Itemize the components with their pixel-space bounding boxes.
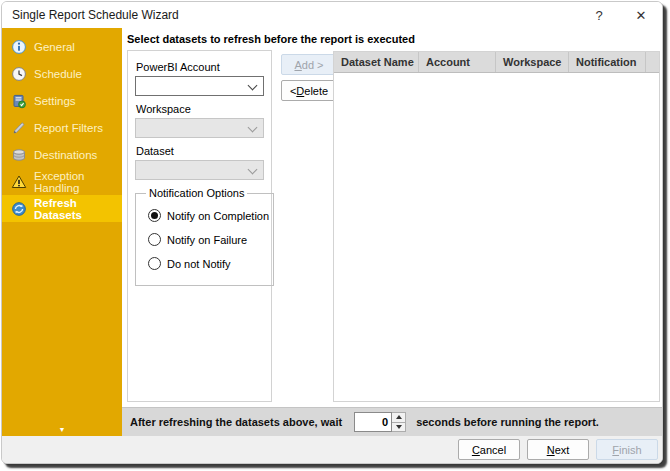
pencil-icon bbox=[11, 120, 27, 136]
radio-label: Do not Notify bbox=[167, 258, 231, 270]
disk-icon bbox=[11, 147, 27, 163]
column-header-notification[interactable]: Notification bbox=[569, 52, 646, 72]
sidebar-item-exception-handling[interactable]: Exception Handling bbox=[2, 168, 122, 195]
notification-options-group: Notification Options Notify on Completio… bbox=[135, 187, 274, 286]
sidebar-item-schedule[interactable]: Schedule bbox=[2, 60, 122, 87]
column-header-account[interactable]: Account bbox=[419, 52, 496, 72]
dataset-label: Dataset bbox=[136, 145, 264, 157]
table-header: Dataset Name Account Workspace Notificat… bbox=[334, 52, 659, 73]
radio-button[interactable] bbox=[148, 257, 161, 270]
warning-icon bbox=[11, 174, 27, 190]
title-bar: Single Report Schedule Wizard ? ✕ bbox=[2, 2, 662, 28]
sidebar-item-label: Exception Handling bbox=[34, 170, 122, 194]
close-button[interactable]: ✕ bbox=[620, 2, 662, 28]
sidebar-item-label: Settings bbox=[34, 95, 76, 107]
column-header-workspace[interactable]: Workspace bbox=[496, 52, 569, 72]
dataset-selection-panel: PowerBI Account Workspace Dataset bbox=[127, 50, 272, 402]
wait-seconds-spinner: 0 bbox=[354, 412, 406, 432]
delete-button[interactable]: < Delete bbox=[281, 80, 337, 101]
page-title: Select datasets to refresh before the re… bbox=[122, 28, 662, 47]
wait-text-prefix: After refreshing the datasets above, wai… bbox=[130, 416, 342, 428]
sidebar-item-general[interactable]: General bbox=[2, 33, 122, 60]
settings-book-icon bbox=[11, 93, 27, 109]
main-panel: Select datasets to refresh before the re… bbox=[122, 28, 662, 436]
chevron-down-icon bbox=[249, 166, 257, 174]
sidebar-item-label: Destinations bbox=[34, 149, 97, 161]
column-header-filler bbox=[646, 52, 659, 72]
spinner-down-button[interactable] bbox=[392, 423, 406, 433]
window-title: Single Report Schedule Wizard bbox=[12, 8, 179, 22]
workspace-label: Workspace bbox=[136, 103, 264, 115]
sidebar-item-label: Refresh Datasets bbox=[34, 197, 122, 221]
powerbi-account-select[interactable] bbox=[135, 76, 264, 96]
wizard-sidebar: General Schedule Settings bbox=[2, 28, 122, 436]
help-icon: ? bbox=[595, 8, 602, 23]
sidebar-item-label: General bbox=[34, 41, 75, 53]
powerbi-account-label: PowerBI Account bbox=[136, 61, 264, 73]
dataset-select[interactable] bbox=[135, 160, 264, 180]
sidebar-item-label: Report Filters bbox=[34, 122, 103, 134]
footer-button-bar: Cancel Next Finish bbox=[2, 436, 662, 463]
workspace-select[interactable] bbox=[135, 118, 264, 138]
wait-bar: After refreshing the datasets above, wai… bbox=[122, 407, 662, 436]
sidebar-item-destinations[interactable]: Destinations bbox=[2, 141, 122, 168]
radio-label: Notify on Failure bbox=[167, 234, 247, 246]
sidebar-item-refresh-datasets[interactable]: Refresh Datasets bbox=[2, 195, 122, 222]
wait-text-suffix: seconds before running the report. bbox=[416, 416, 599, 428]
radio-button[interactable] bbox=[148, 233, 161, 246]
radio-notify-on-completion[interactable]: Notify on Completion bbox=[148, 209, 269, 222]
chevron-down-icon bbox=[249, 82, 257, 90]
radio-button[interactable] bbox=[148, 209, 161, 222]
next-button[interactable]: Next bbox=[527, 439, 589, 460]
refresh-globe-icon bbox=[11, 201, 27, 217]
sidebar-item-label: Schedule bbox=[34, 68, 82, 80]
notification-options-label: Notification Options bbox=[146, 187, 247, 199]
radio-notify-on-failure[interactable]: Notify on Failure bbox=[148, 233, 269, 246]
finish-button[interactable]: Finish bbox=[596, 439, 658, 460]
spinner-up-button[interactable] bbox=[392, 412, 406, 423]
radio-do-not-notify[interactable]: Do not Notify bbox=[148, 257, 269, 270]
info-icon bbox=[11, 39, 27, 55]
help-button[interactable]: ? bbox=[578, 2, 620, 28]
table-body[interactable] bbox=[334, 73, 659, 401]
wait-seconds-input[interactable]: 0 bbox=[354, 412, 392, 432]
column-header-dataset-name[interactable]: Dataset Name bbox=[334, 52, 419, 72]
cancel-button[interactable]: Cancel bbox=[458, 439, 520, 460]
close-icon: ✕ bbox=[636, 8, 647, 23]
scroll-down-icon[interactable]: ▼ bbox=[59, 426, 66, 433]
datasets-table: Dataset Name Account Workspace Notificat… bbox=[333, 51, 660, 402]
chevron-down-icon bbox=[249, 124, 257, 132]
triangle-down-icon bbox=[396, 425, 402, 429]
sidebar-item-settings[interactable]: Settings bbox=[2, 87, 122, 114]
clock-icon bbox=[11, 66, 27, 82]
sidebar-item-report-filters[interactable]: Report Filters bbox=[2, 114, 122, 141]
triangle-up-icon bbox=[396, 415, 402, 419]
radio-label: Notify on Completion bbox=[167, 210, 269, 222]
add-button[interactable]: Add > bbox=[281, 54, 337, 75]
wizard-dialog: Single Report Schedule Wizard ? ✕ Genera… bbox=[1, 1, 663, 464]
